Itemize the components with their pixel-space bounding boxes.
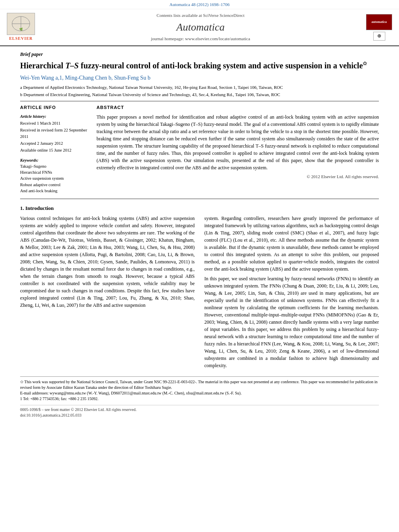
bottom-bar: 0005-1098/$ – see front matter © 2012 El… xyxy=(20,405,379,419)
section-1-col1-p1: Various control techniques for anti-lock… xyxy=(20,215,195,309)
keywords-section: Keywords: Takagi–Sugeno Hierarchical FNN… xyxy=(20,157,88,194)
email-label: E-mail addresses: xyxy=(20,391,49,395)
keyword-4: Robust adaptive control xyxy=(20,182,88,188)
journal-center: Contents lists available at SciVerse Sci… xyxy=(41,12,360,42)
footnote-emails: E-mail addresses: wywang@ntnu.edu.tw (W.… xyxy=(20,390,379,396)
elsevier-brand-text: ELSEVIER xyxy=(9,36,33,42)
section-1-body: Various control techniques for anti-lock… xyxy=(20,215,379,372)
main-content: Brief paper Hierarchical T–S fuzzy-neura… xyxy=(0,46,399,423)
affiliation-a: a Department of Applied Electronics Tech… xyxy=(20,84,379,90)
authors-line: Wei-Yen Wang a,1, Ming-Chang Chen b, Shu… xyxy=(20,74,379,82)
affiliations: a Department of Applied Electronics Tech… xyxy=(20,84,379,98)
elsevier-logo: 🌿 ELSEVIER xyxy=(5,13,37,42)
title-part1: Hierarchical xyxy=(20,61,65,70)
revised-date: Received in revised form 22 September 20… xyxy=(20,127,88,141)
section-1-number: 1. xyxy=(20,205,24,211)
accepted-date: Accepted 2 January 2012 xyxy=(20,140,88,147)
contents-line: Contents lists available at SciVerse Sci… xyxy=(41,12,360,19)
rss-icon: ⊕ xyxy=(373,32,385,41)
copyright-text: © 2012 Elsevier Ltd. All rights reserved… xyxy=(97,174,379,180)
title-italic: T–S xyxy=(65,61,78,70)
issn-line: 0005-1098/$ – see front matter © 2012 El… xyxy=(20,407,379,413)
paper-type: Brief paper xyxy=(20,51,379,58)
journal-name: Automatica xyxy=(41,20,360,35)
homepage-line: journal homepage: www.elsevier.com/locat… xyxy=(41,36,360,42)
keyword-5: And anti-lock braking xyxy=(20,188,88,194)
abstract-header: ABSTRACT xyxy=(97,105,379,111)
section-1-col2: system. Regarding controllers, researche… xyxy=(204,215,379,372)
footnote-star: ✩ This work was supported by the Nationa… xyxy=(20,379,379,390)
title-sup: ✩ xyxy=(363,61,367,66)
footnote-1: 1 Tel: +886 2 77343536; fax: +886 2 235 … xyxy=(20,396,379,402)
email-values: wywang@ntnu.edu.tw (W.-Y. Wang), D960720… xyxy=(49,391,241,395)
elsevier-logo-box: 🌿 xyxy=(7,13,35,35)
keyword-2: Hierarchical FNNs xyxy=(20,169,88,175)
history-label: Article history: xyxy=(20,114,46,119)
title-part2: fuzzy-neural control of anti-lock brakin… xyxy=(79,61,363,70)
article-history: Article history: Received 1 March 2011 R… xyxy=(20,113,88,154)
online-date: Available online 15 June 2012 xyxy=(20,147,88,154)
article-info-abstract-section: ARTICLE INFO Article history: Received 1… xyxy=(20,105,379,194)
keyword-1: Takagi–Sugeno xyxy=(20,163,88,169)
doi-line: doi:10.1016/j.automatica.2012.05.033 xyxy=(20,413,379,419)
affiliation-b: b Department of Electrical Engineering, … xyxy=(20,92,379,98)
section-1-col2-p1: system. Regarding controllers, researche… xyxy=(204,215,379,273)
authors-text: Wei-Yen Wang a,1, Ming-Chang Chen b, Shu… xyxy=(20,75,150,81)
citation-line: Automatica 48 (2012) 1698–1706 xyxy=(0,0,399,9)
keywords-list: Takagi–Sugeno Hierarchical FNNs Active s… xyxy=(20,163,88,194)
section-1-col1: Various control techniques for anti-lock… xyxy=(20,215,195,372)
journal-header: 🌿 ELSEVIER Contents lists available at S… xyxy=(0,9,399,46)
footnotes-section: ✩ This work was supported by the Nationa… xyxy=(20,376,379,402)
abstract-col: ABSTRACT This paper proposes a novel met… xyxy=(97,105,379,194)
section-divider xyxy=(20,101,379,101)
received-date: Received 1 March 2011 xyxy=(20,120,88,127)
article-info-col: ARTICLE INFO Article history: Received 1… xyxy=(20,105,88,194)
section-1-title: 1. Introduction xyxy=(20,205,379,212)
section-1-col2-p2: In this paper, we used structure learnin… xyxy=(204,275,379,369)
paper-title: Hierarchical T–S fuzzy-neural control of… xyxy=(20,60,379,71)
citation-text: Automatica 48 (2012) 1698–1706 xyxy=(169,2,229,7)
body-divider xyxy=(20,199,379,199)
keyword-3: Active suspension system xyxy=(20,175,88,181)
section-1-label: Introduction xyxy=(25,205,54,211)
article-info-header: ARTICLE INFO xyxy=(20,105,88,111)
journal-right-logo: automatica ⊕ xyxy=(364,14,394,41)
svg-text:🌿: 🌿 xyxy=(19,27,23,31)
abstract-text: This paper proposes a novel method for i… xyxy=(97,113,379,171)
keywords-label: Keywords: xyxy=(20,158,39,162)
automatica-logo: automatica xyxy=(366,14,392,30)
